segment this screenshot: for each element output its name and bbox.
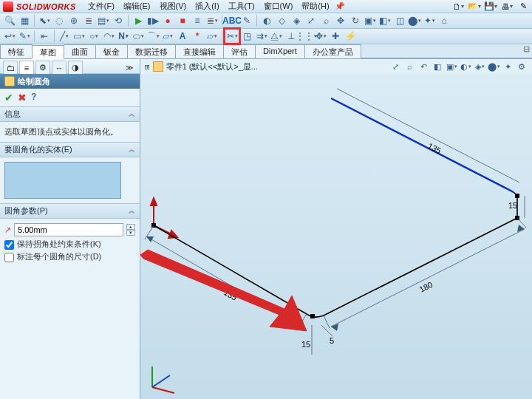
- menu-insert[interactable]: 插入(I): [191, 1, 223, 12]
- sk-repair-icon[interactable]: ✚: [329, 30, 342, 43]
- sk-pattern-icon[interactable]: ⋮⋮: [299, 30, 313, 43]
- sk-rect-icon[interactable]: ▭: [72, 30, 86, 43]
- sk-point-icon[interactable]: *: [191, 30, 204, 43]
- sk-offset-icon[interactable]: ⇉: [255, 30, 268, 43]
- print-button[interactable]: 🖶▾: [501, 1, 513, 13]
- tb-views-icon[interactable]: ▣: [364, 14, 377, 27]
- menu-help[interactable]: 帮助(H): [297, 1, 333, 12]
- sk-spline-icon[interactable]: N: [117, 30, 130, 43]
- tab-sheetmetal[interactable]: 钣金: [95, 44, 128, 58]
- radius-input[interactable]: [14, 223, 123, 236]
- tb-savedview-icon[interactable]: ⌂: [437, 14, 451, 27]
- tab-office[interactable]: 办公室产品: [304, 44, 361, 58]
- tb-rec-icon[interactable]: ●: [161, 14, 174, 27]
- sk-quick-icon[interactable]: ⚡: [344, 30, 357, 43]
- pm-tab-property-mgr[interactable]: ≡: [19, 61, 34, 74]
- pin-icon[interactable]: 📌: [334, 1, 346, 13]
- dim-height: 15: [508, 201, 517, 210]
- params-section-header[interactable]: 圆角参数(P) ︽: [0, 203, 140, 219]
- tb-magnify-icon[interactable]: 🔍: [3, 14, 16, 27]
- options-button[interactable]: ✎: [517, 1, 529, 13]
- tab-features[interactable]: 特征: [0, 44, 33, 58]
- entities-section-header[interactable]: 要圆角化的实体(E) ︽: [0, 142, 140, 157]
- dim-each-checkbox[interactable]: [4, 253, 14, 262]
- tab-directedit[interactable]: 直接编辑: [175, 44, 224, 58]
- dim-each-label: 标注每个圆角的尺寸(D): [17, 252, 101, 262]
- sk-mirror-icon[interactable]: ⧋: [270, 30, 283, 43]
- tb-macro-icon[interactable]: ≣: [205, 14, 219, 27]
- tb-appearance-icon[interactable]: ⬤: [408, 14, 421, 27]
- sk-circle-icon[interactable]: ○: [87, 30, 100, 43]
- pm-tab-feature-tree[interactable]: 🗀: [3, 61, 18, 74]
- tab-evaluate[interactable]: 评估: [223, 44, 256, 58]
- cancel-button[interactable]: ✖: [18, 92, 27, 103]
- sk-dim-icon[interactable]: ⇤: [38, 30, 51, 43]
- sk-line-icon[interactable]: ╱: [58, 30, 71, 43]
- sk-text-icon[interactable]: A: [176, 30, 189, 43]
- chevron-up-icon: ︽: [129, 206, 135, 216]
- tb-filter-icon[interactable]: ▤: [97, 14, 110, 27]
- sk-ellipse-icon[interactable]: ⬭: [132, 30, 145, 43]
- pm-tab-config-mgr[interactable]: ⚙: [35, 61, 50, 74]
- tab-datamigration[interactable]: 数据迁移: [127, 44, 176, 58]
- pm-tab-display-mgr[interactable]: ◑: [68, 61, 83, 74]
- tb-box-icon[interactable]: ▦: [18, 14, 31, 27]
- sk-convert-icon[interactable]: ◳: [240, 30, 253, 43]
- info-section-header[interactable]: 信息 ︽: [0, 106, 140, 122]
- chevron-up-icon: ︽: [129, 109, 135, 119]
- tb-play-icon[interactable]: ▶: [132, 14, 145, 27]
- entity-selection-list[interactable]: [4, 162, 121, 199]
- tb-section-icon[interactable]: ◧: [378, 14, 392, 27]
- tb-prev-icon[interactable]: ⟲: [112, 14, 125, 27]
- tab-dimxpert[interactable]: DimXpert: [255, 44, 305, 58]
- graphics-viewport[interactable]: ⊞ 零件1 (默认<<默认>_显... ⤢ ⌕ ↶ ◧ ▣ ◐ ◈ ⬤ ✦ ⚙: [140, 59, 532, 399]
- sk-sketch-icon[interactable]: ✎: [18, 30, 31, 43]
- tab-surface[interactable]: 曲面: [64, 44, 96, 58]
- help-button[interactable]: ?: [31, 92, 36, 103]
- menu-tools[interactable]: 工具(T): [224, 1, 259, 12]
- sk-slot-icon[interactable]: ▱: [161, 30, 174, 43]
- tb-spellcheck-icon[interactable]: ABC: [225, 14, 239, 27]
- pm-tab-dim-mgr[interactable]: ↔: [52, 61, 66, 74]
- radius-spinner[interactable]: ▴▾: [126, 224, 135, 236]
- tb-rotate-icon[interactable]: ↻: [349, 14, 362, 27]
- ok-button[interactable]: ✔: [4, 92, 13, 103]
- tb-zoomwin-icon[interactable]: ⌕: [319, 14, 332, 27]
- ribbon-close-icon[interactable]: ⊟: [520, 44, 532, 58]
- sk-exit-icon[interactable]: ↩: [3, 30, 16, 43]
- tb-hlr-icon[interactable]: ◈: [290, 14, 303, 27]
- pm-collapse-icon[interactable]: ≫: [122, 61, 137, 74]
- sk-move-icon[interactable]: ✥: [314, 30, 327, 43]
- tab-sketch[interactable]: 草图: [32, 45, 64, 59]
- tb-shaded-icon[interactable]: ◐: [260, 14, 273, 27]
- sk-trim-icon[interactable]: ✂: [225, 30, 239, 43]
- svg-line-17: [324, 316, 330, 328]
- menu-window[interactable]: 窗口(W): [259, 1, 298, 12]
- sk-arc-icon[interactable]: ◠: [102, 30, 115, 43]
- tb-lasso-icon[interactable]: ◌: [52, 14, 66, 27]
- new-doc-button[interactable]: 🗋▾: [452, 1, 464, 13]
- keep-constraints-checkbox[interactable]: [4, 240, 14, 250]
- tb-stop-icon[interactable]: ■: [176, 14, 189, 27]
- tb-cursor-icon[interactable]: ⬉: [38, 14, 51, 27]
- info-section-title: 信息: [4, 109, 21, 120]
- tb-script-icon[interactable]: ≡: [191, 14, 204, 27]
- command-tabs: 特征 草图 曲面 钣金 数据迁移 直接编辑 评估 DimXpert 办公室产品 …: [0, 44, 532, 59]
- menu-file[interactable]: 文件(F): [83, 1, 119, 12]
- menu-edit[interactable]: 编辑(E): [119, 1, 155, 12]
- tb-pan-icon[interactable]: ✥: [334, 14, 347, 27]
- tb-annot-icon[interactable]: ✎: [240, 14, 253, 27]
- tb-step-icon[interactable]: ▮▶: [146, 14, 160, 27]
- tb-scene-icon[interactable]: ◫: [393, 14, 406, 27]
- tb-list-icon[interactable]: ≣: [82, 14, 95, 27]
- menu-view[interactable]: 视图(V): [155, 1, 191, 12]
- sk-fillet-icon[interactable]: ⌒: [146, 30, 160, 43]
- sk-plane-icon[interactable]: ▱: [205, 30, 219, 43]
- tb-wire-icon[interactable]: ◇: [275, 14, 288, 27]
- open-doc-button[interactable]: 📂▾: [468, 1, 480, 13]
- keep-constraints-label: 保持拐角处约束条件(K): [17, 239, 101, 249]
- tb-render-icon[interactable]: ✦: [423, 14, 436, 27]
- tb-target-icon[interactable]: ⊕: [67, 14, 81, 27]
- tb-zoomfit-icon[interactable]: ⤢: [304, 14, 318, 27]
- save-button[interactable]: 💾▾: [485, 1, 497, 13]
